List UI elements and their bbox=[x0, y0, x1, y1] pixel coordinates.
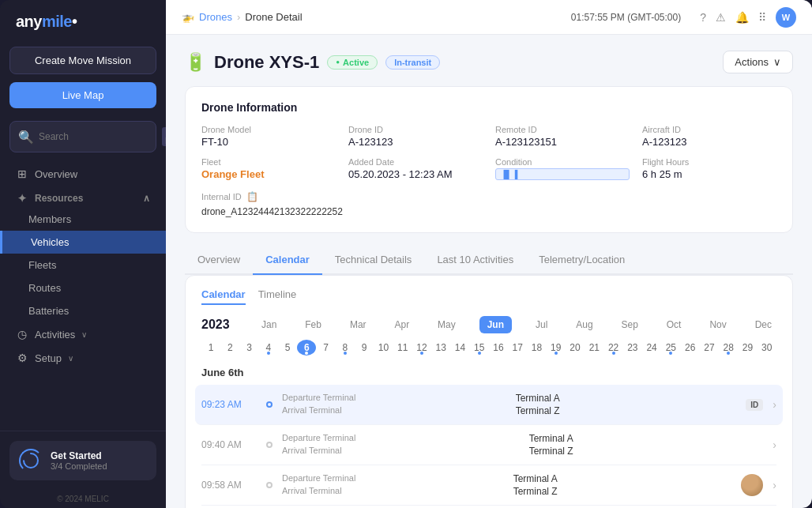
get-started-card[interactable]: Get Started 3/4 Completed bbox=[9, 441, 156, 480]
day-cell-7[interactable]: 7 bbox=[317, 340, 336, 356]
day-cell-29[interactable]: 29 bbox=[738, 340, 757, 356]
day-cell-19[interactable]: 19 bbox=[547, 340, 566, 356]
day-cell-10[interactable]: 10 bbox=[374, 340, 393, 356]
internal-id-row: Internal ID 📋 bbox=[201, 190, 776, 204]
day-cell-8[interactable]: 8 bbox=[336, 340, 355, 356]
sidebar-item-batteries[interactable]: Batteries bbox=[0, 299, 166, 322]
day-cell-2[interactable]: 2 bbox=[220, 340, 239, 356]
day-cell-4[interactable]: 4 bbox=[259, 340, 278, 356]
month-may[interactable]: May bbox=[433, 316, 461, 333]
day-cell-22[interactable]: 22 bbox=[604, 340, 623, 356]
day-cell-12[interactable]: 12 bbox=[412, 340, 431, 356]
sidebar-section-resources[interactable]: ✦ Resources ∧ bbox=[0, 189, 166, 208]
calendar-section: Calendar Timeline 2023 Jan Feb Mar Apr M… bbox=[185, 275, 793, 508]
drone-info-card: Drone Information Drone Model FT-10 Dron… bbox=[185, 86, 793, 233]
sidebar-item-label: Members bbox=[28, 213, 71, 225]
month-sep[interactable]: Sep bbox=[617, 316, 643, 333]
day-cell-25[interactable]: 25 bbox=[661, 340, 680, 356]
day-cell-20[interactable]: 20 bbox=[566, 340, 585, 356]
chevron-down-icon: ∨ bbox=[68, 354, 73, 363]
info-drone-model: Drone Model FT-10 bbox=[201, 125, 336, 148]
day-cell-30[interactable]: 30 bbox=[757, 340, 776, 356]
help-icon[interactable]: ? bbox=[700, 11, 706, 24]
info-fleet: Fleet Orange Fleet bbox=[201, 157, 336, 180]
search-input[interactable] bbox=[39, 131, 157, 142]
alert-icon[interactable]: ⚠ bbox=[716, 11, 726, 24]
day-cell-14[interactable]: 14 bbox=[450, 340, 469, 356]
sidebar-item-label: Overview bbox=[35, 168, 77, 180]
day-cell-28[interactable]: 28 bbox=[719, 340, 738, 356]
day-cell-23[interactable]: 23 bbox=[623, 340, 642, 356]
live-map-button[interactable]: Live Map bbox=[9, 82, 156, 108]
event-avatar-3 bbox=[741, 474, 763, 496]
month-jan[interactable]: Jan bbox=[257, 316, 281, 333]
event-details-2: Departure Terminal Terminal A Arrival Te… bbox=[282, 433, 763, 457]
tab-telemetry[interactable]: Telemetry/Location bbox=[526, 246, 637, 275]
day-cell-9[interactable]: 9 bbox=[355, 340, 374, 356]
sidebar-item-vehicles[interactable]: Vehicles bbox=[0, 231, 166, 254]
notification-icon[interactable]: 🔔 bbox=[735, 11, 749, 24]
day-cell-3[interactable]: 3 bbox=[240, 340, 259, 356]
search-icon: 🔍 bbox=[18, 130, 34, 145]
month-aug[interactable]: Aug bbox=[571, 316, 597, 333]
actions-button[interactable]: Actions ∨ bbox=[723, 51, 793, 73]
cal-tab-calendar[interactable]: Calendar bbox=[201, 288, 246, 305]
info-remote-id: Remote ID A-123123151 bbox=[495, 125, 630, 148]
copy-icon[interactable]: 📋 bbox=[246, 191, 258, 202]
sidebar: anymile• Create Move Mission Live Map 🔍 … bbox=[0, 0, 166, 508]
day-cell-18[interactable]: 18 bbox=[528, 340, 547, 356]
month-feb[interactable]: Feb bbox=[300, 316, 326, 333]
day-cell-24[interactable]: 24 bbox=[642, 340, 661, 356]
day-cell-11[interactable]: 11 bbox=[393, 340, 412, 356]
day-cell-13[interactable]: 13 bbox=[431, 340, 450, 356]
info-card-title: Drone Information bbox=[201, 101, 776, 114]
sidebar-item-label: Fleets bbox=[28, 259, 56, 271]
day-cell-1[interactable]: 1 bbox=[201, 340, 220, 356]
user-avatar[interactable]: W bbox=[776, 7, 796, 28]
sidebar-nav: ⊞ Overview ✦ Resources ∧ Members Vehicle… bbox=[0, 159, 166, 431]
month-dec[interactable]: Dec bbox=[750, 316, 776, 333]
day-cell-16[interactable]: 16 bbox=[489, 340, 508, 356]
sidebar-item-activities[interactable]: ◷ Activities ∨ bbox=[0, 322, 166, 346]
month-apr[interactable]: Apr bbox=[389, 316, 414, 333]
event-dot-1 bbox=[266, 401, 273, 408]
calendar-year: 2023 bbox=[201, 318, 241, 332]
topbar: 🚁 Drones › Drone Detail 01:57:55 PM (GMT… bbox=[166, 0, 812, 35]
tab-calendar[interactable]: Calendar bbox=[253, 246, 322, 275]
event-id-badge-1: ID bbox=[746, 399, 763, 411]
day-cell-6[interactable]: 6 bbox=[297, 340, 316, 356]
tab-overview[interactable]: Overview bbox=[185, 246, 253, 275]
cal-tab-timeline[interactable]: Timeline bbox=[258, 288, 297, 305]
create-mission-button[interactable]: Create Move Mission bbox=[9, 47, 156, 74]
tab-technical[interactable]: Technical Details bbox=[322, 246, 425, 275]
tab-activities[interactable]: Last 10 Activities bbox=[424, 246, 526, 275]
sidebar-item-routes[interactable]: Routes bbox=[0, 277, 166, 299]
sidebar-item-label: Activities bbox=[35, 329, 75, 341]
sidebar-item-setup[interactable]: ⚙ Setup ∨ bbox=[0, 346, 166, 370]
day-cell-21[interactable]: 21 bbox=[585, 340, 603, 356]
event-chevron-3[interactable]: › bbox=[773, 479, 776, 491]
day-cell-26[interactable]: 26 bbox=[681, 340, 700, 356]
event-dot-2 bbox=[266, 442, 273, 448]
calendar-sub-tabs: Calendar Timeline bbox=[201, 288, 776, 305]
month-jun[interactable]: Jun bbox=[479, 316, 512, 333]
event-chevron-2[interactable]: › bbox=[773, 438, 776, 451]
event-chevron-1[interactable]: › bbox=[773, 398, 776, 411]
day-cell-17[interactable]: 17 bbox=[508, 340, 527, 356]
breadcrumb-parent[interactable]: Drones bbox=[199, 11, 232, 23]
month-mar[interactable]: Mar bbox=[345, 316, 371, 333]
sidebar-item-label: Resources bbox=[35, 193, 83, 204]
month-oct[interactable]: Oct bbox=[662, 316, 686, 333]
day-cell-27[interactable]: 27 bbox=[700, 340, 719, 356]
sidebar-item-fleets[interactable]: Fleets bbox=[0, 254, 166, 277]
sidebar-item-overview[interactable]: ⊞ Overview bbox=[0, 162, 166, 186]
day-cell-5[interactable]: 5 bbox=[278, 340, 297, 356]
breadcrumb-separator: › bbox=[237, 11, 240, 23]
month-nov[interactable]: Nov bbox=[705, 316, 731, 333]
sidebar-item-members[interactable]: Members bbox=[0, 208, 166, 231]
month-jul[interactable]: Jul bbox=[531, 316, 552, 333]
grid-icon[interactable]: ⠿ bbox=[758, 11, 766, 24]
day-cell-15[interactable]: 15 bbox=[470, 340, 489, 356]
info-drone-id: Drone ID A-123123 bbox=[348, 125, 483, 148]
copyright-text: © 2024 MELIC bbox=[0, 490, 166, 508]
